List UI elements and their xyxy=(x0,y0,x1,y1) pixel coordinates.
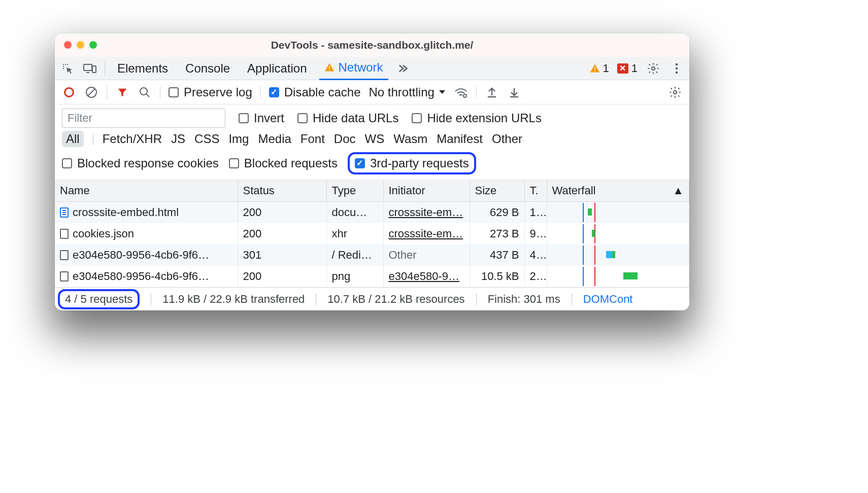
svg-rect-2 xyxy=(329,66,330,69)
table-row[interactable]: e304e580-9956-4cb6-9f6…301/ Redi…Other43… xyxy=(55,244,689,266)
clear-button[interactable] xyxy=(84,85,98,99)
col-waterfall[interactable]: Waterfall▲ xyxy=(547,180,689,202)
cell-initiator[interactable]: e304e580-9… xyxy=(383,266,470,287)
throttling-select[interactable]: No throttling xyxy=(369,85,445,99)
record-button[interactable] xyxy=(62,85,76,99)
third-party-requests-checkbox[interactable]: 3rd-party requests xyxy=(355,156,469,170)
cell-status: 200 xyxy=(238,223,326,244)
filter-wasm[interactable]: Wasm xyxy=(393,132,427,146)
filter-img[interactable]: Img xyxy=(228,132,249,146)
cell-type: xhr xyxy=(326,223,383,244)
col-size[interactable]: Size xyxy=(470,180,524,202)
sort-asc-icon: ▲ xyxy=(673,184,684,197)
filter-media[interactable]: Media xyxy=(258,132,291,146)
cell-time: 4.. xyxy=(524,244,547,266)
svg-rect-3 xyxy=(329,69,330,71)
hide-extension-urls-checkbox[interactable]: Hide extension URLs xyxy=(412,111,541,125)
network-toolbar: Preserve log Disable cache No throttling xyxy=(55,80,689,104)
filter-fetch-xhr[interactable]: Fetch/XHR xyxy=(103,132,162,146)
svg-point-11 xyxy=(140,88,147,95)
svg-point-6 xyxy=(652,66,655,70)
resource-type-filters: All Fetch/XHR JS CSS Img Media Font Doc … xyxy=(55,130,689,150)
col-type[interactable]: Type xyxy=(326,180,383,202)
third-party-requests-highlight: 3rd-party requests xyxy=(348,152,476,174)
cell-status: 200 xyxy=(238,202,326,224)
cell-name: cookies.json xyxy=(55,223,238,244)
filter-ws[interactable]: WS xyxy=(365,132,385,146)
svg-rect-4 xyxy=(594,67,595,69)
col-name[interactable]: Name xyxy=(55,180,238,202)
window-controls xyxy=(64,41,97,49)
cell-size: 10.5 kB xyxy=(470,266,524,287)
advanced-filters: Blocked response cookies Blocked request… xyxy=(55,150,689,180)
cell-initiator[interactable]: Other xyxy=(383,244,470,266)
file-icon xyxy=(60,250,69,260)
filter-all[interactable]: All xyxy=(62,131,84,147)
issues-warning-badge[interactable]: 1 xyxy=(590,62,609,75)
table-header: Name Status Type Initiator Size T. Water… xyxy=(55,180,689,202)
upload-har-icon[interactable] xyxy=(485,85,499,99)
filter-input[interactable]: Filter xyxy=(62,109,225,128)
cell-waterfall xyxy=(547,266,689,287)
kebab-menu-icon[interactable] xyxy=(669,61,684,76)
blocked-requests-checkbox[interactable]: Blocked requests xyxy=(229,156,338,170)
cell-waterfall xyxy=(547,223,689,244)
inspect-icon[interactable] xyxy=(60,61,75,76)
col-initiator[interactable]: Initiator xyxy=(383,180,470,202)
download-har-icon[interactable] xyxy=(507,85,521,99)
filter-manifest[interactable]: Manifest xyxy=(437,132,483,146)
svg-rect-0 xyxy=(84,64,92,71)
cell-type: docu… xyxy=(326,202,383,224)
devtools-tabs: Elements Console Application Network 1 ✕… xyxy=(55,57,689,80)
search-icon[interactable] xyxy=(138,85,152,99)
minimize-icon[interactable] xyxy=(77,41,84,49)
settings-icon[interactable] xyxy=(646,61,661,76)
device-toggle-icon[interactable] xyxy=(82,61,97,76)
zoom-icon[interactable] xyxy=(89,41,97,49)
network-conditions-icon[interactable] xyxy=(454,85,468,99)
more-tabs-icon[interactable] xyxy=(395,61,411,76)
network-settings-icon[interactable] xyxy=(668,85,682,99)
col-status[interactable]: Status xyxy=(238,180,326,202)
cell-size: 437 B xyxy=(470,244,524,266)
requests-count: 4 / 5 requests xyxy=(65,293,132,305)
cell-type: / Redi… xyxy=(326,244,383,266)
svg-point-9 xyxy=(676,71,678,74)
tab-application[interactable]: Application xyxy=(242,57,312,80)
svg-point-13 xyxy=(674,90,677,94)
cell-name: crosssite-embed.html xyxy=(55,202,238,224)
table-row[interactable]: e304e580-9956-4cb6-9f6…200pnge304e580-9…… xyxy=(55,266,689,287)
cell-time: 1.. xyxy=(524,202,547,224)
svg-rect-1 xyxy=(92,66,96,73)
disable-cache-checkbox[interactable]: Disable cache xyxy=(269,85,361,99)
svg-point-7 xyxy=(676,63,678,65)
table-row[interactable]: cookies.json200xhrcrosssite-em…273 B9.. xyxy=(55,223,689,244)
cell-waterfall xyxy=(547,202,689,224)
filter-icon[interactable] xyxy=(115,85,129,99)
filter-css[interactable]: CSS xyxy=(194,132,219,146)
tab-elements[interactable]: Elements xyxy=(112,57,173,80)
invert-checkbox[interactable]: Invert xyxy=(239,111,284,125)
warning-icon xyxy=(324,62,335,73)
cell-name: e304e580-9956-4cb6-9f6… xyxy=(55,244,238,266)
cell-initiator[interactable]: crosssite-em… xyxy=(383,202,470,224)
blocked-response-cookies-checkbox[interactable]: Blocked response cookies xyxy=(62,156,219,170)
close-icon[interactable] xyxy=(64,41,72,49)
cell-time: 2.. xyxy=(524,266,547,287)
filter-doc[interactable]: Doc xyxy=(334,132,356,146)
tab-network[interactable]: Network xyxy=(319,57,388,80)
tab-console[interactable]: Console xyxy=(180,57,235,80)
cell-name: e304e580-9956-4cb6-9f6… xyxy=(55,266,238,287)
filter-js[interactable]: JS xyxy=(171,132,185,146)
filter-other[interactable]: Other xyxy=(492,132,522,146)
filter-font[interactable]: Font xyxy=(301,132,325,146)
preserve-log-checkbox[interactable]: Preserve log xyxy=(169,85,252,99)
cell-status: 301 xyxy=(238,244,326,266)
document-icon xyxy=(60,207,69,218)
table-row[interactable]: crosssite-embed.html200docu…crosssite-em… xyxy=(55,202,689,224)
hide-data-urls-checkbox[interactable]: Hide data URLs xyxy=(297,111,398,125)
cell-initiator[interactable]: crosssite-em… xyxy=(383,223,470,244)
resources-size: 10.7 kB / 21.2 kB resources xyxy=(327,293,464,306)
issues-error-badge[interactable]: ✕ 1 xyxy=(617,62,638,75)
col-time[interactable]: T. xyxy=(524,180,547,202)
